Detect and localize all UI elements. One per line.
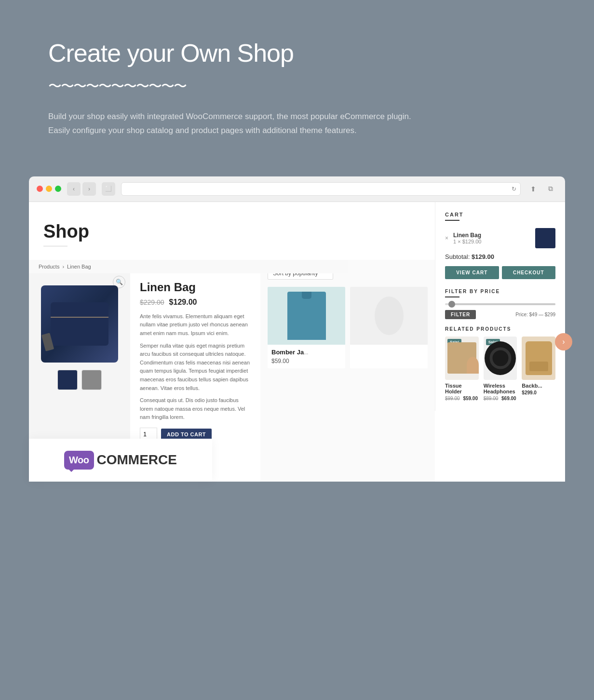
cart-sidebar: CART × Linen Bag 1 × $129.00 Subtotal: $… xyxy=(435,202,565,411)
related-card-tissue-holder[interactable]: Sale! Tissue Holder $99.00 $59.00 xyxy=(445,337,479,401)
woo-text: Woo xyxy=(69,455,89,465)
browser-traffic-lights xyxy=(37,186,61,192)
backpack-pocket xyxy=(529,362,548,371)
headphones-old-price: $89.00 xyxy=(484,396,499,401)
close-button[interactable] xyxy=(37,186,43,192)
new-tab-button[interactable]: ⧉ xyxy=(544,182,557,196)
related-products-grid: Sale! Tissue Holder $99.00 $59.00 xyxy=(445,337,555,401)
browser-chrome: ‹ › ⬜ ↻ ⬆ ⧉ xyxy=(29,176,565,202)
sidebar-button[interactable]: ⬜ xyxy=(102,182,115,196)
tissue-holder-prices: $99.00 $59.00 xyxy=(445,396,479,401)
tissue-holder-name: Tissue Holder xyxy=(445,383,479,394)
refresh-icon: ↻ xyxy=(512,186,516,192)
woocommerce-logo-section: Woo COMMERCE xyxy=(29,439,212,482)
forward-button[interactable]: › xyxy=(82,182,96,196)
price-slider-fill xyxy=(450,303,555,305)
subtotal-amount: $129.00 xyxy=(472,253,494,260)
tissue-new-price: $59.00 xyxy=(463,396,478,401)
tissue-cylinder xyxy=(467,357,479,374)
filter-title: FILTER BY PRICE xyxy=(445,289,555,294)
filter-button[interactable]: FILTER xyxy=(445,310,476,319)
headphones-body xyxy=(489,347,511,369)
shop-title-underline xyxy=(43,246,68,246)
subtotal-label: Subtotal: xyxy=(445,253,470,260)
cart-item-thumbnail xyxy=(535,228,555,248)
hero-title: Create your Own Shop xyxy=(48,39,546,67)
address-bar[interactable]: ↻ xyxy=(121,182,521,196)
related-products-title: RELATED PRODUCTS xyxy=(445,326,555,332)
slider-handle[interactable] xyxy=(448,301,455,308)
related-card-backpack[interactable]: Backb... $299.0 xyxy=(522,337,555,401)
backpack-illustration xyxy=(526,341,552,375)
browser-content: Shop Products › Linen Bag 🔍 xyxy=(29,202,565,482)
view-cart-button[interactable]: VIEW CART xyxy=(445,266,499,279)
headphones-prices: $89.00 $69.00 xyxy=(484,396,517,401)
tissue-holder-image: Sale! xyxy=(445,337,479,380)
cart-action-buttons: VIEW CART CHECKOUT xyxy=(445,266,555,279)
related-card-headphones[interactable]: Sale! Wireless Headphones $89.00 $69.00 xyxy=(484,337,517,401)
headphones-illustration xyxy=(485,341,516,375)
breadcrumb: Products › Linen Bag xyxy=(29,260,348,273)
commerce-text: COMMERCE xyxy=(97,452,177,468)
breadcrumb-current: Linen Bag xyxy=(67,264,91,269)
headphones-new-price: $69.00 xyxy=(501,396,516,401)
cart-title: CART xyxy=(445,212,555,217)
tissue-old-price: $99.00 xyxy=(445,396,460,401)
breadcrumb-separator: › xyxy=(62,264,64,269)
backpack-price: $299.0 xyxy=(522,390,537,395)
filter-by-price-section: FILTER BY PRICE FILTER Price: $49 — $299 xyxy=(445,289,555,319)
price-range-label: Price: $49 — $299 xyxy=(515,312,555,317)
woo-bubble: Woo xyxy=(64,451,94,470)
share-button[interactable]: ⬆ xyxy=(526,182,540,196)
backpack-name: Backb... xyxy=(522,383,555,389)
hero-description: Build your shop easily with integrated W… xyxy=(48,110,415,138)
browser-nav-buttons: ‹ › xyxy=(67,182,96,196)
squiggle-decoration: 〜〜〜〜〜〜〜〜〜〜〜 xyxy=(48,77,546,95)
browser-mockup: ‹ › ⬜ ↻ ⬆ ⧉ Shop Products › Linen Bag 🔍 xyxy=(29,176,565,482)
backpack-image xyxy=(522,337,555,380)
backpack-prices: $299.0 xyxy=(522,390,555,395)
headphones-image: Sale! xyxy=(484,337,517,380)
next-product-arrow[interactable]: › xyxy=(555,333,572,350)
breadcrumb-products[interactable]: Products xyxy=(39,264,59,269)
checkout-button[interactable]: CHECKOUT xyxy=(502,266,556,279)
hero-section: Create your Own Shop 〜〜〜〜〜〜〜〜〜〜〜 Build y… xyxy=(0,0,594,167)
tissue-illustration xyxy=(447,342,476,374)
woocommerce-logo: Woo COMMERCE xyxy=(64,451,177,470)
browser-action-buttons: ⬆ ⧉ xyxy=(526,182,557,196)
cart-item-name: Linen Bag xyxy=(453,232,530,239)
filter-row: FILTER Price: $49 — $299 xyxy=(445,310,555,319)
cart-item-qty-price: 1 × $129.00 xyxy=(453,239,530,244)
cart-item-info: Linen Bag 1 × $129.00 xyxy=(453,232,530,244)
headphones-name: Wireless Headphones xyxy=(484,383,517,394)
back-button[interactable]: ‹ xyxy=(67,182,81,196)
price-slider[interactable] xyxy=(445,303,555,305)
filter-title-divider xyxy=(445,296,459,297)
cart-item: × Linen Bag 1 × $129.00 xyxy=(445,228,555,248)
related-products-section: RELATED PRODUCTS Sale! Tissue Holder $99… xyxy=(445,326,555,401)
cart-title-divider xyxy=(445,220,459,221)
cart-subtotal: Subtotal: $129.00 xyxy=(445,253,555,260)
maximize-button[interactable] xyxy=(55,186,61,192)
cart-item-remove-button[interactable]: × xyxy=(445,235,448,242)
minimize-button[interactable] xyxy=(46,186,52,192)
